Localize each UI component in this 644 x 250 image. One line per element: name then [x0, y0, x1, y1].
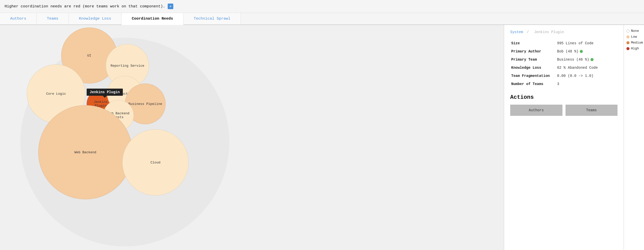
- breadcrumb-separator: /: [527, 30, 529, 34]
- info-value: 0.00 (0.0 -> 1.0): [556, 72, 617, 80]
- top-bar: Higher coordination needs are red (more …: [0, 0, 644, 13]
- info-label: Knowledge Loss: [510, 64, 556, 72]
- legend-item-medium: Medium: [626, 41, 641, 45]
- bubble-label: Reporting Service: [111, 64, 144, 68]
- tab-knowledge-loss[interactable]: Knowledge Loss: [69, 13, 122, 24]
- legend-item-none: None: [626, 29, 641, 33]
- legend-label: Medium: [631, 41, 643, 45]
- info-value: Business (46 %): [556, 55, 617, 64]
- tooltip-box: Jenkins Plugin: [87, 89, 123, 96]
- main-content: UIReporting ServiceCore LogicJenkins Plu…: [0, 25, 644, 250]
- actions-buttons: Authors Teams: [510, 105, 617, 116]
- legend-dot-high: [626, 47, 629, 50]
- info-value: Bob (48 %): [556, 47, 617, 55]
- bubble-chart-area[interactable]: UIReporting ServiceCore LogicJenkins Plu…: [0, 25, 504, 250]
- legend-item-low: Low: [626, 35, 641, 39]
- info-row: Team Fragmentation0.00 (0.0 -> 1.0): [510, 72, 617, 80]
- bubble-label: Cloud: [150, 161, 160, 164]
- teams-button[interactable]: Teams: [566, 105, 618, 116]
- legend-label: Low: [631, 35, 637, 39]
- bubble-label: Business Pipeline: [128, 102, 162, 106]
- legend-panel: NoneLowMediumHigh: [624, 25, 644, 250]
- info-value: 995 Lines of Code: [556, 39, 617, 47]
- add-button[interactable]: +: [168, 4, 173, 9]
- top-bar-description: Higher coordination needs are red (more …: [5, 4, 165, 9]
- info-label: Number of Teams: [510, 80, 556, 88]
- tab-teams[interactable]: Teams: [37, 13, 69, 24]
- breadcrumb-system[interactable]: System: [510, 30, 523, 34]
- info-value: 3: [556, 80, 617, 88]
- tabs-bar: AuthorsTeamsKnowledge LossCoordination N…: [0, 13, 644, 25]
- right-panel: System / Jenkins Plugin Size995 Lines of…: [504, 25, 624, 250]
- info-label: Team Fragmentation: [510, 72, 556, 80]
- breadcrumb: System / Jenkins Plugin: [510, 30, 617, 34]
- actions-title: Actions: [510, 94, 617, 101]
- legend-label: High: [631, 47, 639, 50]
- actions-section: Actions Authors Teams: [510, 94, 617, 116]
- bubble-cloud[interactable]: Cloud: [122, 129, 189, 196]
- legend-dot-low: [626, 35, 629, 38]
- legend-item-high: High: [626, 47, 641, 50]
- info-row: Primary AuthorBob (48 %): [510, 47, 617, 55]
- info-value: 62 % Abandoned Code: [556, 64, 617, 72]
- tab-authors[interactable]: Authors: [0, 13, 37, 24]
- tab-coordination-needs[interactable]: Coordination Needs: [122, 13, 183, 25]
- info-label: Primary Author: [510, 47, 556, 55]
- info-row: Knowledge Loss62 % Abandoned Code: [510, 64, 617, 72]
- bubble-label: Core Logic: [46, 92, 66, 96]
- info-table: Size995 Lines of CodePrimary AuthorBob (…: [510, 39, 617, 88]
- status-dot-green: [580, 50, 583, 53]
- breadcrumb-page: Jenkins Plugin: [534, 30, 564, 34]
- info-label: Size: [510, 39, 556, 47]
- authors-button[interactable]: Authors: [510, 105, 562, 116]
- info-row: Primary TeamBusiness (46 %): [510, 55, 617, 64]
- info-row: Number of Teams3: [510, 80, 617, 88]
- legend-dot-medium: [626, 41, 629, 44]
- info-row: Size995 Lines of Code: [510, 39, 617, 47]
- info-label: Primary Team: [510, 55, 556, 64]
- legend-label: None: [631, 29, 639, 33]
- status-dot-green: [590, 58, 594, 61]
- tab-technical-sprawl[interactable]: Technical Sprawl: [183, 13, 241, 24]
- bubble-web-backend[interactable]: Web Backend: [38, 105, 133, 199]
- bubble-label: UI: [87, 54, 91, 58]
- bubble-label: Web Backend: [74, 150, 96, 154]
- legend-dot-none: [626, 30, 629, 33]
